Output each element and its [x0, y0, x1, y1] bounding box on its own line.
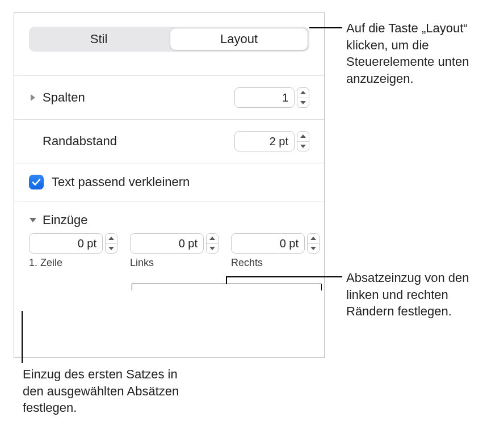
einzuege-fields: 0 pt 1. Zeile 0 pt [29, 233, 309, 269]
shrink-checkbox-row[interactable]: Text passend verkleinern [29, 175, 309, 189]
chevron-down-icon [300, 145, 306, 148]
chevron-up-icon [108, 237, 114, 240]
einzug-right-label: Rechts [231, 257, 320, 269]
einzug-right-step-down[interactable] [308, 243, 319, 254]
randabstand-step-up[interactable] [297, 132, 309, 141]
spalten-step-up[interactable] [297, 88, 309, 98]
spalten-value: 1 [282, 91, 288, 104]
chevron-right-icon[interactable] [29, 94, 37, 102]
tab-stil[interactable]: Stil [30, 28, 167, 50]
einzug-left-step-down[interactable] [207, 243, 218, 254]
einzug-right: 0 pt Rechts [231, 233, 320, 269]
callout-line [226, 276, 227, 284]
chevron-up-icon [300, 134, 306, 138]
spalten-stepper-box: 1 [234, 87, 309, 108]
chevron-up-icon [300, 91, 306, 94]
callout-margins-text: Absatzeinzug von den linken und rechten … [346, 269, 494, 320]
einzug-right-step-up[interactable] [308, 234, 319, 243]
einzug-left-input[interactable]: 0 pt [130, 233, 204, 254]
spalten-left: Spalten [29, 90, 85, 105]
callout-line [226, 276, 342, 277]
einzug-first-step-down[interactable] [106, 243, 117, 254]
chevron-down-icon [29, 216, 37, 224]
callout-layout-text: Auf die Taste „Layout“ klicken, um die S… [346, 20, 494, 87]
randabstand-input[interactable]: 2 pt [234, 131, 295, 151]
einzug-right-stepper [307, 233, 320, 254]
checkbox-checked-icon [29, 175, 44, 189]
chevron-up-icon [209, 237, 215, 240]
einzug-left: 0 pt Links [130, 233, 219, 269]
randabstand-stepper-box: 2 pt [234, 131, 309, 151]
callout-firstline-text: Einzug des ersten Satzes in den ausgewäh… [23, 366, 193, 416]
einzug-left-stepper [206, 233, 219, 254]
einzug-first-input[interactable]: 0 pt [29, 233, 103, 254]
inspector-segmented: Stil Layout [29, 27, 309, 52]
callout-line [309, 27, 342, 28]
chevron-down-icon [209, 247, 215, 250]
randabstand-label: Randabstand [43, 134, 117, 149]
spalten-row: Spalten 1 [14, 76, 324, 119]
einzuege-heading-row[interactable]: Einzüge [29, 213, 309, 227]
einzug-left-value: 0 pt [179, 237, 198, 250]
randabstand-stepper [297, 131, 309, 151]
chevron-up-icon [310, 237, 316, 240]
einzug-right-input[interactable]: 0 pt [231, 233, 305, 254]
callout-bracket [132, 284, 322, 290]
spalten-input[interactable]: 1 [234, 87, 295, 108]
callout-line [22, 311, 23, 363]
layout-inspector-panel: Stil Layout Spalten 1 Randabstand [14, 12, 325, 358]
einzug-left-step-up[interactable] [207, 234, 218, 243]
einzug-first-step-up[interactable] [106, 234, 117, 243]
shrink-row: Text passend verkleinern [14, 163, 324, 201]
tab-stil-label: Stil [90, 32, 108, 47]
tab-layout[interactable]: Layout [170, 28, 308, 50]
einzug-first-label: 1. Zeile [29, 257, 117, 269]
einzuege-section: Einzüge 0 pt 1. Zeile 0 pt [14, 201, 324, 279]
einzug-first: 0 pt 1. Zeile [29, 233, 117, 269]
einzug-left-label: Links [130, 257, 219, 269]
chevron-down-icon [300, 101, 306, 104]
shrink-label: Text passend verkleinern [52, 175, 190, 189]
randabstand-value: 2 pt [270, 135, 288, 148]
randabstand-row: Randabstand 2 pt [14, 120, 324, 163]
randabstand-step-down[interactable] [297, 141, 309, 151]
spalten-label: Spalten [43, 90, 85, 105]
spalten-step-down[interactable] [297, 98, 309, 108]
chevron-down-icon [108, 247, 114, 250]
chevron-down-icon [310, 247, 316, 250]
einzug-first-stepper [105, 233, 117, 254]
spalten-stepper [297, 87, 309, 108]
einzug-first-value: 0 pt [78, 237, 96, 250]
einzug-right-value: 0 pt [280, 237, 299, 250]
einzuege-heading: Einzüge [43, 213, 88, 227]
tab-layout-label: Layout [220, 32, 258, 47]
